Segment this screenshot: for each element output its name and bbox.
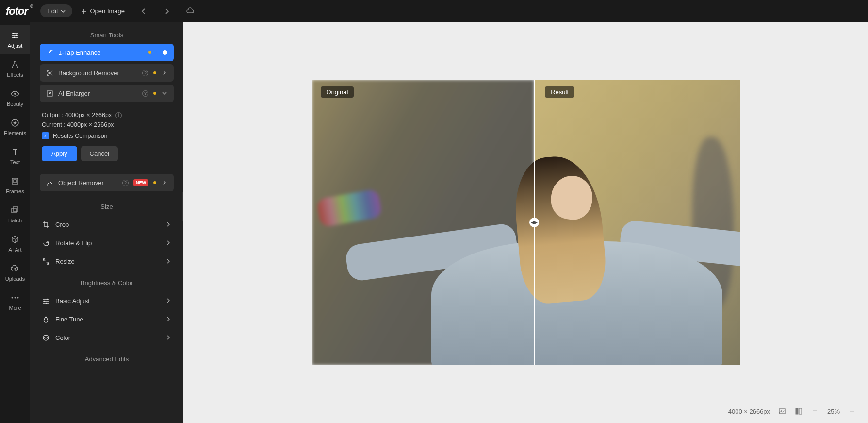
svg-point-21 [45, 338, 46, 339]
undo-button[interactable] [139, 7, 148, 16]
ai-enlarger-body: Output : 4000px × 2666px i Current : 400… [40, 105, 174, 167]
scissors-icon [46, 69, 53, 77]
premium-dot-icon [148, 51, 151, 54]
svg-point-13 [47, 74, 49, 76]
result-badge: Result [545, 86, 574, 98]
bg-remover-row[interactable]: Background Remover ? [40, 64, 174, 82]
rotate-icon [42, 239, 49, 247]
crop-icon [42, 220, 49, 228]
fine-tune-row[interactable]: Fine Tune [40, 310, 174, 328]
svg-point-18 [43, 335, 49, 340]
panel-collapse-handle[interactable]: ◀ [182, 192, 183, 221]
sidebar-item-elements[interactable]: Elements [0, 112, 30, 141]
cancel-button[interactable]: Cancel [81, 146, 118, 161]
resize-icon [42, 257, 49, 265]
one-tap-enhance-row[interactable]: 1-Tap Enhance [40, 44, 174, 61]
svg-point-10 [15, 297, 16, 298]
resize-row[interactable]: Resize [40, 252, 174, 271]
left-sidebar: Adjust Effects Beauty Elements Text Fram… [0, 22, 30, 423]
chevron-down-icon [161, 90, 168, 97]
chevron-right-icon [165, 297, 172, 304]
frame-icon [10, 176, 20, 186]
results-comparison-checkbox[interactable]: ✓ Results Comparison [42, 132, 172, 139]
size-heading: Size [40, 203, 174, 210]
ai-enlarger-row[interactable]: AI Enlarger ? [40, 85, 174, 102]
premium-dot-icon [153, 181, 156, 184]
eraser-icon [46, 179, 53, 186]
sliders-icon [10, 31, 20, 40]
zoom-level-text: 25% [827, 408, 840, 415]
chevron-right-icon [165, 239, 172, 246]
enlarge-icon [46, 89, 53, 97]
sidebar-item-text[interactable]: Text [0, 141, 30, 170]
chevron-right-icon [165, 221, 172, 228]
object-remover-row[interactable]: Object Remover ? NEW [40, 174, 174, 191]
svg-point-3 [14, 93, 16, 95]
batch-icon [10, 205, 20, 215]
photo-subject [397, 132, 740, 365]
chevron-right-icon [165, 316, 172, 322]
new-badge: NEW [133, 179, 148, 186]
svg-point-20 [47, 337, 48, 338]
svg-rect-7 [12, 208, 16, 213]
svg-point-2 [14, 36, 15, 38]
chevron-right-icon [161, 69, 168, 76]
original-badge: Original [321, 86, 354, 98]
help-icon[interactable]: ? [122, 180, 129, 186]
svg-point-16 [44, 300, 45, 302]
basic-adjust-row[interactable]: Basic Adjust [40, 291, 174, 310]
text-icon [10, 147, 20, 157]
smart-tools-heading: Smart Tools [40, 32, 174, 39]
star-icon [10, 118, 20, 128]
apply-button[interactable]: Apply [42, 146, 77, 161]
help-icon[interactable]: ? [142, 70, 148, 76]
comparison-slider-handle[interactable]: ◀▶ [529, 218, 539, 227]
svg-rect-6 [14, 180, 16, 183]
svg-point-17 [46, 302, 47, 304]
sidebar-item-effects[interactable]: Effects [0, 54, 30, 83]
logo: fotor® [6, 5, 28, 17]
svg-rect-5 [12, 178, 18, 184]
edit-dropdown[interactable]: Edit [40, 4, 72, 17]
color-row[interactable]: Color [40, 328, 174, 347]
svg-point-11 [17, 297, 19, 298]
sidebar-item-more[interactable]: More [0, 287, 30, 316]
chevron-right-icon [165, 334, 172, 341]
open-image-button[interactable]: Open Image [81, 7, 125, 15]
droplet-icon [42, 315, 49, 323]
zoom-in-button[interactable]: + [848, 406, 856, 416]
sidebar-item-aiart[interactable]: AI Art [0, 229, 30, 258]
sidebar-item-batch[interactable]: Batch [0, 200, 30, 229]
premium-dot-icon [153, 92, 156, 95]
info-icon[interactable]: i [115, 112, 122, 118]
canvas-area: ◀▶ Original Result 4000 × 2666px − 25% + [183, 22, 868, 423]
rotate-row[interactable]: Rotate & Flip [40, 234, 174, 252]
svg-point-12 [47, 70, 49, 72]
app-header: fotor® Edit Open Image [0, 0, 868, 22]
tools-panel: Smart Tools 1-Tap Enhance Background Rem… [30, 22, 183, 423]
redo-button[interactable] [163, 7, 171, 16]
svg-point-23 [781, 410, 782, 411]
svg-point-9 [12, 297, 13, 298]
svg-rect-8 [13, 207, 18, 211]
flask-icon [10, 60, 20, 69]
crop-row[interactable]: Crop [40, 215, 174, 234]
sidebar-item-beauty[interactable]: Beauty [0, 83, 30, 112]
svg-rect-24 [796, 408, 798, 414]
svg-point-1 [16, 34, 17, 36]
compare-button[interactable] [794, 407, 803, 416]
chevron-down-icon [61, 9, 66, 14]
help-icon[interactable]: ? [142, 90, 148, 97]
upload-icon [10, 264, 20, 273]
sidebar-item-frames[interactable]: Frames [0, 170, 30, 200]
cube-icon [10, 235, 20, 244]
adjust-icon [42, 297, 49, 305]
image-info-button[interactable] [778, 407, 786, 416]
eye-icon [10, 89, 20, 99]
cloud-button[interactable] [186, 7, 195, 16]
footer-bar: 4000 × 2666px − 25% + [728, 406, 856, 416]
zoom-out-button[interactable]: − [811, 406, 819, 416]
sidebar-item-adjust[interactable]: Adjust [0, 25, 30, 54]
sidebar-item-uploads[interactable]: Uploads [0, 258, 30, 287]
one-tap-toggle[interactable] [156, 50, 168, 55]
